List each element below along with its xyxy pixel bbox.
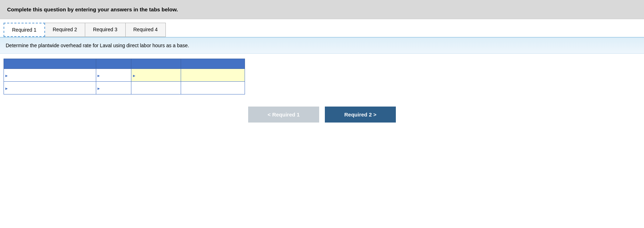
tab-required-1-label: Required 1 (12, 27, 37, 33)
tabs-container: Required 1 Required 2 Required 3 Require… (0, 19, 644, 133)
instruction-text: Complete this question by entering your … (7, 6, 178, 12)
row1-col3-input[interactable] (138, 69, 180, 81)
table-row: ► ► ► (4, 69, 245, 82)
row1-col1-input[interactable] (11, 69, 95, 81)
row1-col1-cell: ► (4, 69, 96, 82)
row2-col4-input[interactable] (181, 82, 245, 94)
row1-col4-cell (181, 69, 245, 82)
prev-button-label: < Required 1 (268, 112, 300, 118)
row2-col1-input[interactable] (11, 82, 95, 94)
row1-col2-cell: ► (96, 69, 131, 82)
tab-required-2-label: Required 2 (53, 27, 77, 32)
next-button-label: Required 2 > (344, 112, 376, 118)
question-text-content: Determine the plantwide overhead rate fo… (6, 43, 189, 48)
row1-col3-arrow: ► (131, 74, 137, 78)
content-area: Determine the plantwide overhead rate fo… (0, 37, 644, 133)
tab-required-1[interactable]: Required 1 (4, 23, 45, 37)
tabs-row: Required 1 Required 2 Required 3 Require… (4, 23, 644, 37)
row2-col4-cell (181, 82, 245, 94)
row2-col3-input[interactable] (131, 82, 181, 94)
navigation-buttons: < Required 1 Required 2 > (0, 99, 644, 133)
answer-table: ► ► ► (4, 59, 245, 94)
row2-col1-arrow: ► (4, 86, 9, 91)
row1-col3-cell: ► (131, 69, 181, 82)
row2-col2-cell: ► (96, 82, 131, 94)
row1-col1-arrow: ► (4, 74, 9, 78)
prev-button[interactable]: < Required 1 (248, 107, 319, 123)
row2-col2-arrow: ► (96, 86, 102, 91)
tab-required-2[interactable]: Required 2 (45, 23, 86, 37)
instruction-bar: Complete this question by entering your … (0, 0, 644, 19)
row1-col2-input[interactable] (103, 69, 131, 81)
row1-col2-arrow: ► (96, 74, 102, 78)
row2-col2-input[interactable] (103, 82, 131, 94)
table-header-row (4, 59, 245, 69)
question-text: Determine the plantwide overhead rate fo… (0, 38, 644, 54)
table-wrapper: ► ► ► (0, 54, 644, 99)
tab-required-3[interactable]: Required 3 (85, 23, 126, 37)
row2-col3-cell (131, 82, 181, 94)
tab-required-4[interactable]: Required 4 (125, 23, 166, 37)
table-row: ► ► (4, 82, 245, 94)
next-button[interactable]: Required 2 > (325, 107, 396, 123)
row2-col1-cell: ► (4, 82, 96, 94)
row1-col4-input[interactable] (181, 69, 245, 81)
tab-required-4-label: Required 4 (133, 27, 158, 32)
tab-required-3-label: Required 3 (93, 27, 118, 32)
